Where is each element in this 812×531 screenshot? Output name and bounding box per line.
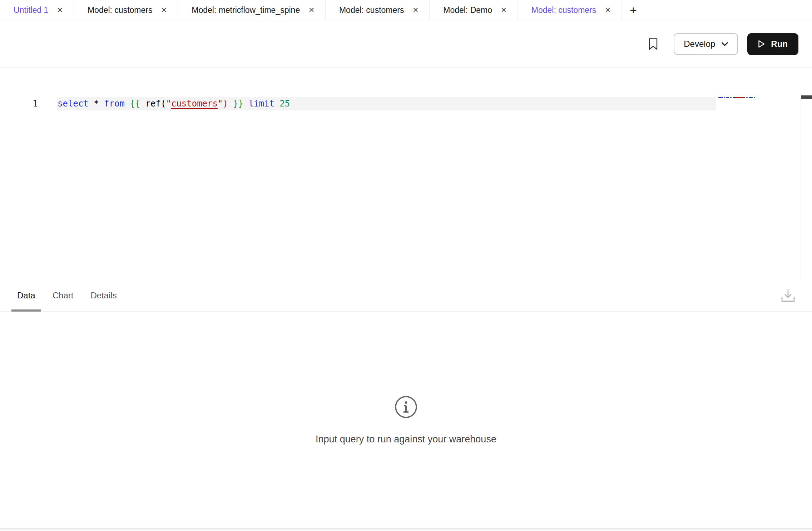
empty-state-message: Input query to run against your warehous… xyxy=(316,434,496,445)
editor-tab-5[interactable]: Model: customers✕ xyxy=(518,0,622,20)
close-tab-icon[interactable]: ✕ xyxy=(605,6,611,14)
minimap-mark xyxy=(733,97,736,98)
run-button[interactable]: Run xyxy=(747,33,798,55)
new-tab-button[interactable]: + xyxy=(627,0,640,20)
code-token-plain xyxy=(243,99,248,109)
close-tab-icon[interactable]: ✕ xyxy=(501,6,507,14)
minimap-mark xyxy=(726,97,729,98)
editor-tab-label: Model: customers xyxy=(88,5,153,15)
code-token-plain xyxy=(99,99,104,109)
editor-tab-label: Model: customers xyxy=(339,5,404,15)
develop-button-label: Develop xyxy=(684,39,715,49)
code-token-string: " xyxy=(166,99,171,109)
editor-tab-1[interactable]: Model: customers✕ xyxy=(74,0,178,20)
results-tab-chart[interactable]: Chart xyxy=(47,280,79,311)
close-tab-icon[interactable]: ✕ xyxy=(412,6,419,14)
code-token-keyword: select xyxy=(58,99,89,109)
code-token-plain xyxy=(89,99,94,109)
editor-tab-3[interactable]: Model: customers✕ xyxy=(326,0,430,20)
minimap-mark xyxy=(718,97,723,98)
download-icon xyxy=(780,288,796,304)
code-token-plain: ref( xyxy=(145,99,166,109)
sql-editor[interactable]: 1 select * from {{ ref("customers") }} l… xyxy=(0,68,812,279)
editor-tab-label: Model: metricflow_time_spine xyxy=(192,5,300,15)
run-button-label: Run xyxy=(771,39,788,49)
code-token-plain: * xyxy=(94,99,99,109)
code-token-brace: {{ xyxy=(130,99,140,109)
results-empty-state: Input query to run against your warehous… xyxy=(0,395,812,445)
info-circle-icon xyxy=(394,395,418,419)
bookmark-button[interactable] xyxy=(648,38,658,50)
develop-button[interactable]: Develop xyxy=(674,33,738,55)
code-token-plain xyxy=(228,99,233,109)
code-token-string: ") xyxy=(218,99,228,109)
minimap-divider xyxy=(801,99,801,279)
line-number: 1 xyxy=(21,97,38,110)
code-token-plain xyxy=(274,99,279,109)
toolbar: Develop Run xyxy=(0,20,812,68)
code-line[interactable]: select * from {{ ref("customers") }} lim… xyxy=(58,97,290,110)
editor-tab-label: Model: Demo xyxy=(443,5,492,15)
scrollbar-thumb[interactable] xyxy=(801,95,812,99)
results-tab-details[interactable]: Details xyxy=(85,280,122,311)
editor-tab-2[interactable]: Model: metricflow_time_spine✕ xyxy=(178,0,326,20)
editor-tab-0[interactable]: Untitled 1✕ xyxy=(0,0,74,20)
editor-tab-4[interactable]: Model: Demo✕ xyxy=(430,0,518,20)
code-token-keyword: from xyxy=(104,99,125,109)
download-results-button[interactable] xyxy=(780,287,796,305)
code-token-keyword: limit xyxy=(249,99,274,109)
close-tab-icon[interactable]: ✕ xyxy=(308,6,315,14)
editor-minimap[interactable] xyxy=(718,95,755,99)
minimap-mark xyxy=(737,97,744,98)
code-token-string-underline: customers xyxy=(171,99,218,109)
code-token-number: 25 xyxy=(279,99,290,109)
code-token-brace: }} xyxy=(233,99,243,109)
close-tab-icon[interactable]: ✕ xyxy=(57,6,63,14)
minimap-mark xyxy=(754,97,755,98)
bookmark-icon xyxy=(648,38,658,50)
code-token-plain xyxy=(125,99,130,109)
editor-tab-label: Untitled 1 xyxy=(14,5,48,15)
bottom-divider xyxy=(0,528,812,530)
play-icon xyxy=(758,40,765,48)
results-tab-data[interactable]: Data xyxy=(11,280,41,311)
code-token-plain xyxy=(140,99,145,109)
editor-tab-label: Model: customers xyxy=(531,5,596,15)
minimap-mark xyxy=(749,97,753,98)
editor-tab-bar: Untitled 1✕Model: customers✕Model: metri… xyxy=(0,0,812,20)
close-tab-icon[interactable]: ✕ xyxy=(161,6,167,14)
ide-window: Untitled 1✕Model: customers✕Model: metri… xyxy=(0,0,812,531)
chevron-down-icon xyxy=(722,42,728,46)
results-panel-tab-bar: DataChartDetails xyxy=(0,280,812,312)
